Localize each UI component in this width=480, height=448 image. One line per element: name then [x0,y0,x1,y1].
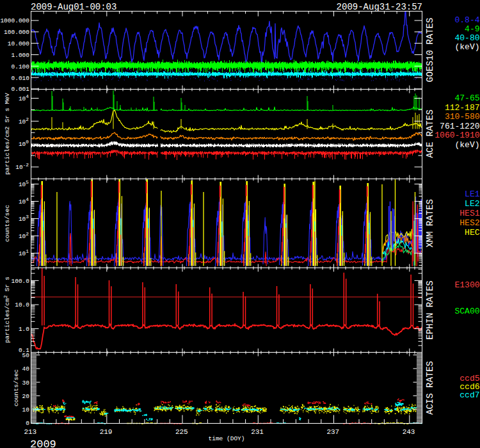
svg-text:30: 30 [22,380,30,387]
svg-text:(keV): (keV) [454,140,479,150]
svg-text:time (DOY): time (DOY) [208,435,244,442]
svg-text:EPHIN RATES: EPHIN RATES [425,280,435,339]
svg-text:2009-Aug01-00:03: 2009-Aug01-00:03 [31,2,116,12]
svg-text:1.000: 1.000 [11,52,29,59]
svg-text:1: 1 [26,249,29,254]
svg-text:0.100: 0.100 [11,63,29,70]
svg-text:10: 10 [19,95,26,102]
svg-text:HEC: HEC [465,228,480,237]
svg-text:XMM RATES: XMM RATES [425,199,435,248]
svg-text:47-65: 47-65 [454,93,479,103]
svg-text:231: 231 [251,428,264,436]
svg-text:2009-Aug31-23:57: 2009-Aug31-23:57 [337,2,422,12]
svg-text:HES2: HES2 [460,218,479,228]
svg-text:10.000: 10.000 [8,40,30,47]
svg-text:10: 10 [19,181,26,188]
svg-text:310-580: 310-580 [445,112,480,122]
svg-text:1060-1910: 1060-1910 [435,131,479,140]
svg-text:counts/sec: counts/sec [13,369,20,406]
svg-text:0.8-4: 0.8-4 [454,15,479,25]
svg-text:10: 10 [22,406,30,413]
svg-text:10: 10 [19,198,26,205]
svg-text:10: 10 [19,216,26,223]
svg-text:1000.000: 1000.000 [0,17,29,24]
svg-text:213: 213 [24,428,36,436]
svg-text:-2: -2 [23,163,29,168]
svg-text:0: 0 [26,420,29,427]
svg-text:4: 4 [26,94,29,99]
svg-text:0.001: 0.001 [11,86,29,93]
svg-text:50: 50 [22,352,30,359]
svg-text:100.000: 100.000 [4,29,29,36]
svg-text:E1300: E1300 [454,280,479,290]
svg-text:0.010: 0.010 [11,75,29,82]
svg-text:219: 219 [100,428,113,436]
svg-text:5: 5 [26,180,29,185]
svg-text:237: 237 [326,428,339,436]
svg-text:2009: 2009 [30,438,56,448]
svg-text:40: 40 [22,365,30,372]
svg-text:LE1: LE1 [465,189,480,199]
svg-text:10: 10 [19,118,26,125]
svg-text:4: 4 [26,197,29,202]
svg-text:ACIS RATES: ACIS RATES [425,361,435,415]
svg-text:20: 20 [22,393,30,400]
svg-text:2: 2 [26,117,29,122]
svg-text:SCA00: SCA00 [454,307,479,316]
svg-text:1.0: 1.0 [19,326,29,333]
svg-text:GOES10 RATES: GOES10 RATES [425,18,435,83]
svg-text:particles/cm2​ Sr s: particles/cm2​ Sr s [3,276,11,343]
svg-text:3: 3 [26,214,29,220]
svg-text:4-9: 4-9 [465,24,479,34]
svg-text:761-1220: 761-1220 [440,122,479,131]
svg-text:40-80: 40-80 [454,33,479,43]
svg-text:0: 0 [26,140,29,145]
svg-text:10: 10 [19,233,26,240]
svg-text:ccd7: ccd7 [460,390,479,400]
svg-text:counts/sec: counts/sec [4,205,11,242]
svg-text:(keV): (keV) [454,42,479,52]
svg-text:LE2: LE2 [465,199,479,209]
svg-text:243: 243 [403,428,415,436]
svg-text:HES1: HES1 [460,209,479,218]
svg-text:100.0: 100.0 [11,278,29,285]
svg-text:10: 10 [19,250,26,257]
svg-text:particles/cm2 Sr s MeV: particles/cm2 Sr s MeV [4,93,11,175]
svg-text:112-187: 112-187 [445,103,480,113]
svg-text:225: 225 [175,428,188,436]
svg-text:10: 10 [15,164,23,171]
svg-text:2: 2 [26,232,29,237]
svg-text:10: 10 [19,141,26,148]
svg-text:ACE RATES: ACE RATES [425,109,435,158]
svg-text:10.0: 10.0 [15,301,29,308]
